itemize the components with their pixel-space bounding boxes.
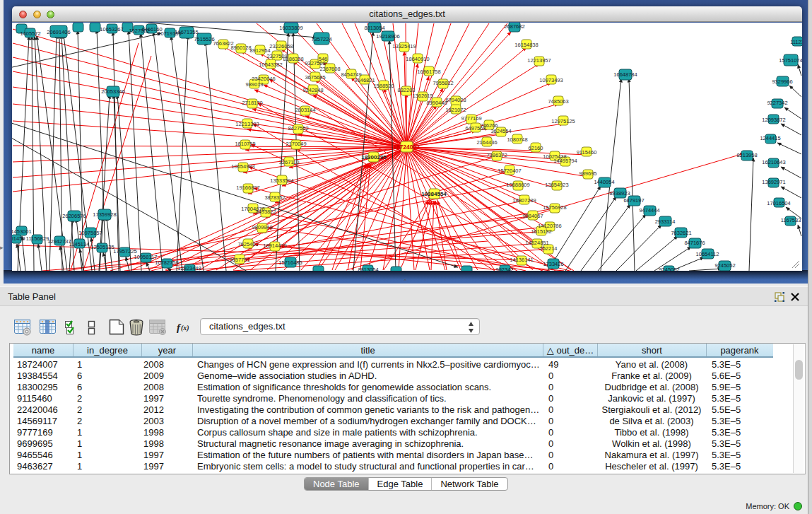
svg-text:3675685: 3675685 [305, 74, 325, 81]
svg-text:7357224: 7357224 [311, 36, 331, 42]
svg-text:8990448: 8990448 [426, 100, 447, 106]
svg-text:14136141: 14136141 [510, 257, 533, 263]
svg-text:10958117: 10958117 [134, 254, 158, 260]
svg-text:2367608: 2367608 [319, 66, 340, 72]
svg-text:989013: 989013 [245, 81, 263, 88]
svg-text:17359928: 17359928 [93, 211, 116, 218]
svg-text:7955812: 7955812 [433, 80, 453, 86]
svg-text:18724007: 18724007 [393, 144, 420, 151]
svg-text:16914479: 16914479 [263, 243, 286, 249]
svg-text:3878352: 3878352 [264, 194, 285, 201]
svg-text:991459: 991459 [12, 235, 25, 242]
svg-text:12923448: 12923448 [177, 265, 201, 271]
svg-text:12942737: 12942737 [47, 238, 71, 245]
svg-text:12093872: 12093872 [762, 117, 785, 123]
svg-text:1440954: 1440954 [594, 179, 614, 185]
svg-text:16210643: 16210643 [762, 159, 785, 165]
svg-text:2687682: 2687682 [504, 23, 524, 30]
svg-text:10782759: 10782759 [155, 259, 178, 266]
svg-text:18640910: 18640910 [406, 56, 429, 62]
svg-text:10688609: 10688609 [506, 182, 529, 188]
svg-text:16154838: 16154838 [514, 42, 538, 48]
svg-text:19218906: 19218906 [376, 33, 399, 40]
svg-text:12505135: 12505135 [90, 244, 114, 250]
svg-text:989695: 989695 [579, 170, 596, 177]
svg-text:18807289: 18807289 [512, 197, 536, 204]
svg-text:7485063: 7485063 [548, 98, 568, 105]
svg-text:546: 546 [319, 56, 328, 62]
svg-text:9329966: 9329966 [772, 78, 792, 85]
svg-text:20691406: 20691406 [47, 29, 70, 35]
svg-text:62160: 62160 [529, 145, 543, 151]
svg-text:10654983: 10654983 [231, 163, 254, 170]
svg-text:9146821: 9146821 [354, 77, 375, 83]
svg-text:9245052: 9245052 [714, 262, 735, 269]
svg-text:13533594: 13533594 [270, 177, 293, 184]
svg-text:1453001: 1453001 [12, 228, 32, 235]
svg-text:19166827: 19166827 [236, 185, 259, 191]
svg-text:9474444: 9474444 [639, 207, 659, 214]
svg-text:1145134: 1145134 [69, 241, 90, 247]
svg-text:18300295: 18300295 [361, 154, 387, 160]
svg-text:3267110: 3267110 [279, 159, 300, 165]
svg-text:2933114: 2933114 [655, 218, 676, 225]
svg-text:6879197: 6879197 [623, 197, 644, 204]
svg-text:12213383: 12213383 [235, 121, 259, 127]
svg-text:16671355: 16671355 [175, 29, 198, 35]
svg-text:2170049: 2170049 [286, 141, 306, 147]
svg-text:252214: 252214 [539, 245, 557, 252]
svg-text:16033809: 16033809 [279, 25, 302, 31]
svg-text:10975857: 10975857 [78, 230, 102, 236]
svg-text:1733426: 1733426 [543, 261, 563, 267]
svg-text:(x): (x) [181, 324, 189, 332]
svg-text:15751074: 15751074 [779, 57, 802, 64]
svg-text:10973493: 10973493 [539, 77, 563, 83]
svg-text:9242848: 9242848 [302, 87, 323, 93]
svg-text:12213957: 12213957 [527, 57, 551, 64]
svg-text:19384554: 19384554 [421, 191, 447, 197]
svg-text:6794028: 6794028 [445, 97, 466, 103]
svg-text:15756928: 15756928 [543, 204, 566, 211]
svg-text:16961758: 16961758 [417, 69, 440, 75]
svg-text:1362615: 1362615 [412, 93, 433, 99]
svg-text:8960128: 8960128 [230, 45, 251, 51]
svg-text:9245052: 9245052 [659, 267, 679, 271]
svg-text:1405572: 1405572 [20, 30, 40, 37]
svg-text:8471676: 8471676 [684, 240, 705, 246]
svg-text:8813054: 8813054 [358, 267, 378, 271]
svg-text:23226058: 23226058 [269, 43, 293, 49]
svg-text:7386372: 7386372 [486, 152, 507, 158]
svg-text:9777169: 9777169 [461, 115, 481, 122]
svg-text:15716485: 15716485 [278, 259, 302, 266]
svg-text:7632621: 7632621 [671, 230, 691, 236]
svg-text:2803144: 2803144 [295, 107, 315, 113]
svg-text:13654923: 13654923 [545, 182, 568, 188]
svg-text:14495794: 14495794 [553, 158, 577, 164]
svg-text:2718170: 2718170 [242, 100, 262, 106]
svg-text:15720407: 15720407 [498, 168, 521, 174]
svg-text:3624554: 3624554 [490, 128, 511, 134]
svg-text:7625402: 7625402 [237, 241, 258, 247]
svg-text:13325419: 13325419 [392, 43, 416, 49]
svg-text:7515526: 7515526 [194, 36, 214, 42]
svg-text:11123: 11123 [790, 39, 802, 45]
svg-text:17016504: 17016504 [767, 200, 790, 206]
svg-text:10654112: 10654112 [696, 251, 719, 257]
svg-text:26206576: 26206576 [62, 213, 86, 219]
svg-text:10543382: 10543382 [259, 62, 282, 68]
svg-text:8938923: 8938923 [609, 190, 630, 197]
svg-text:8427552: 8427552 [288, 125, 308, 132]
svg-text:8213958: 8213958 [736, 152, 757, 158]
svg-text:8813054: 8813054 [364, 25, 384, 31]
svg-text:5493822: 5493822 [255, 209, 276, 215]
svg-text:10653267: 10653267 [100, 26, 123, 33]
svg-text:9084067: 9084067 [522, 213, 543, 219]
svg-text:9809948: 9809948 [252, 224, 272, 230]
svg-text:1615132: 1615132 [531, 228, 551, 235]
svg-text:2164436: 2164436 [476, 139, 497, 146]
svg-text:1810755: 1810755 [235, 141, 255, 147]
svg-text:11156829: 11156829 [26, 235, 49, 242]
svg-text:9115460: 9115460 [577, 149, 597, 156]
svg-text:1621072: 1621072 [445, 107, 466, 113]
svg-text:1588520: 1588520 [373, 83, 394, 89]
